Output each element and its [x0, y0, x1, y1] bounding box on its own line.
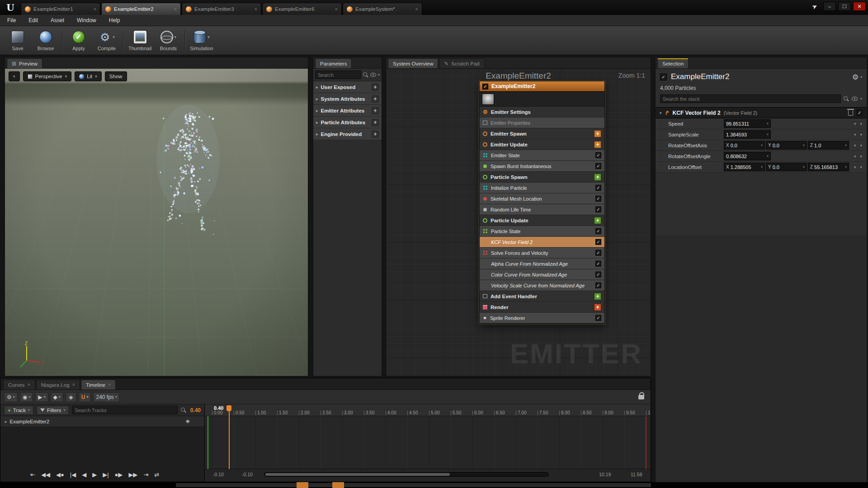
node-row-spawn-burst-instantaneous[interactable]: Spawn Burst Instantaneous✓	[480, 161, 604, 172]
emitter-enabled-checkbox[interactable]: ✓	[660, 74, 667, 80]
playhead-line[interactable]	[229, 410, 230, 469]
chevron-down-icon[interactable]: ▾	[860, 97, 862, 101]
visibility-eye-icon[interactable]	[852, 97, 858, 101]
go-to-end-button[interactable]: ⇥	[143, 472, 148, 478]
chevron-down-icon[interactable]: ▾	[845, 165, 847, 169]
jump-forward-button[interactable]: ▶▶	[128, 472, 137, 478]
close-tab-icon[interactable]: ×	[27, 382, 30, 387]
send-plane-icon[interactable]: ➤	[811, 2, 819, 11]
add-track-button[interactable]: + Track ▾	[4, 406, 33, 415]
node-row-kcf-vector-field-2[interactable]: KCF Vector Field 2✓	[480, 237, 604, 248]
curve-options-button[interactable]: ◉▾	[20, 392, 33, 402]
param-section-engine-provided[interactable]: ▸Engine Provided+	[313, 128, 382, 140]
reset-to-default-icon[interactable]: ▾	[860, 165, 862, 169]
scrollbar-thumb[interactable]	[265, 473, 450, 476]
module-enabled-checkbox[interactable]: ✓	[595, 206, 601, 212]
param-section-particle-attributes[interactable]: ▸Particle Attributes+	[313, 117, 382, 128]
close-tab-icon[interactable]: ×	[255, 7, 257, 12]
node-row-emitter-update[interactable]: Emitter Update+	[480, 139, 604, 150]
play-button[interactable]: ▶	[92, 472, 97, 478]
snap-magnet-button[interactable]: U▾	[79, 392, 91, 402]
chevron-down-icon[interactable]: ▾	[854, 122, 856, 126]
go-to-front-button[interactable]: ⇤	[30, 472, 35, 478]
visibility-eye-icon[interactable]	[370, 73, 376, 77]
close-tab-icon[interactable]: ×	[72, 382, 75, 387]
minimize-button[interactable]: –	[823, 2, 836, 11]
node-row-render[interactable]: Render+	[480, 302, 604, 313]
add-module-button[interactable]: +	[594, 293, 601, 300]
node-row-velocity-scale-curve-from-normalized-age[interactable]: Velocity Scale Curve from Normalized Age…	[480, 280, 604, 291]
stack-module-header[interactable]: ▾ ↱ KCF Vector Field 2 (Vector Field 2) …	[656, 107, 867, 118]
expand-caret-icon[interactable]: ▸	[316, 132, 318, 136]
playback-options-button[interactable]: ▶▾	[35, 392, 48, 402]
close-tab-icon[interactable]: ×	[108, 382, 111, 387]
module-enabled-checkbox[interactable]: ✓	[595, 239, 601, 245]
module-enabled-checkbox[interactable]: ✓	[595, 185, 601, 191]
viewport-options-button[interactable]: ▾	[9, 71, 20, 81]
module-enabled-checkbox[interactable]: ✓	[595, 228, 601, 234]
param-section-system-attributes[interactable]: ▸System Attributes+	[313, 93, 382, 105]
module-enabled-checkbox[interactable]: ✓	[595, 315, 601, 321]
tab-scratch-pad[interactable]: ✎Scratch Pad	[439, 58, 484, 68]
node-row-sprite-renderer[interactable]: ★Sprite Renderer✓	[480, 313, 604, 324]
loop-button[interactable]: ⇄	[154, 472, 159, 478]
playback-range-end-line[interactable]	[646, 416, 646, 469]
chevron-down-icon[interactable]: ▾	[854, 143, 856, 148]
close-tab-icon[interactable]: ×	[174, 7, 177, 12]
reset-to-default-icon[interactable]: ▾	[860, 143, 862, 148]
step-back-button[interactable]: |◀	[70, 472, 76, 478]
tab-curves[interactable]: Curves×	[3, 380, 35, 389]
keyframe-options-button[interactable]: ◆▾	[51, 392, 63, 402]
value-field[interactable]: X1.288505▾	[724, 163, 765, 171]
Show-button[interactable]: Show	[105, 71, 127, 81]
browse-button[interactable]: Browse	[32, 28, 60, 54]
close-tab-icon[interactable]: ×	[94, 7, 96, 12]
add-parameter-button[interactable]: +	[372, 119, 379, 126]
close-tab-icon[interactable]: ×	[415, 7, 418, 12]
value-field[interactable]: Y0.0▾	[766, 141, 807, 150]
playback-range-start-line[interactable]	[208, 416, 208, 469]
chevron-down-icon[interactable]: ▾	[767, 132, 769, 136]
module-enabled-checkbox[interactable]: ✓	[595, 152, 601, 158]
parameters-search-input[interactable]	[315, 70, 361, 79]
Lit-button[interactable]: Lit▾	[75, 71, 102, 81]
tools-menu-button[interactable]: ⚙▾	[4, 392, 18, 402]
param-section-user-exposed[interactable]: ▸User Exposed+	[313, 81, 382, 93]
doc-tab-exampleemitter6[interactable]: ExampleEmitter6×	[262, 3, 342, 15]
tab-niagara-log[interactable]: Niagara Log×	[36, 380, 80, 389]
tab-preview[interactable]: ⊞ Preview	[7, 58, 42, 68]
node-row-emitter-spawn[interactable]: Emitter Spawn+	[480, 128, 604, 139]
track-row-emitter[interactable]: ▸ ExampleEmitter2 ✳	[0, 416, 204, 427]
play-reverse-button[interactable]: ◀	[82, 472, 86, 478]
node-row-color-curve-from-normalized-age[interactable]: Color Curve From Normalized Age✓	[480, 269, 604, 280]
previous-key-button[interactable]: ◀●	[56, 472, 64, 478]
playhead-marker[interactable]	[226, 405, 231, 411]
chevron-down-icon[interactable]: ▾	[761, 143, 763, 147]
chevron-down-icon[interactable]: ▾	[803, 165, 805, 169]
add-parameter-button[interactable]: +	[372, 95, 379, 103]
chevron-down-icon[interactable]: ▾	[767, 122, 769, 126]
menu-help[interactable]: Help	[109, 17, 120, 23]
value-field[interactable]: 0.808632▾	[724, 152, 771, 160]
node-row-emitter-state[interactable]: Emitter State✓	[480, 150, 604, 161]
selection-settings[interactable]: ⚙ ▾	[852, 73, 862, 81]
tab-system-overview[interactable]: System Overview	[388, 58, 438, 68]
reset-to-default-icon[interactable]: ▾	[860, 154, 862, 159]
menu-edit[interactable]: Edit	[28, 17, 38, 23]
expand-caret-icon[interactable]: ▸	[316, 85, 318, 89]
maximize-button[interactable]: ☐	[838, 2, 851, 11]
expand-caret-icon[interactable]: ▾	[660, 111, 662, 115]
track-keyframe-icon[interactable]: ✳	[185, 418, 190, 425]
node-row-initialize-particle[interactable]: Initialize Particle✓	[480, 183, 604, 193]
jump-back-button[interactable]: ◀◀	[41, 472, 50, 478]
add-parameter-button[interactable]: +	[372, 107, 379, 114]
node-row-alpha-curve-from-normalized-age[interactable]: Alpha Curve From Normalized Age✓	[480, 258, 604, 269]
delete-module-icon[interactable]	[848, 110, 853, 116]
node-row-particle-update[interactable]: Particle Update+	[480, 215, 604, 226]
save-button[interactable]: Save	[4, 28, 32, 54]
chevron-down-icon[interactable]: ▾	[854, 154, 856, 159]
Perspective-button[interactable]: Perspective▾	[23, 71, 72, 81]
simulation-button[interactable]: ▾Simulation	[187, 28, 216, 54]
bounds-button[interactable]: ▾Bounds	[154, 28, 182, 54]
time-ruler[interactable]: 0.000.501.001.502.002.503.003.504.004.50…	[205, 404, 651, 416]
